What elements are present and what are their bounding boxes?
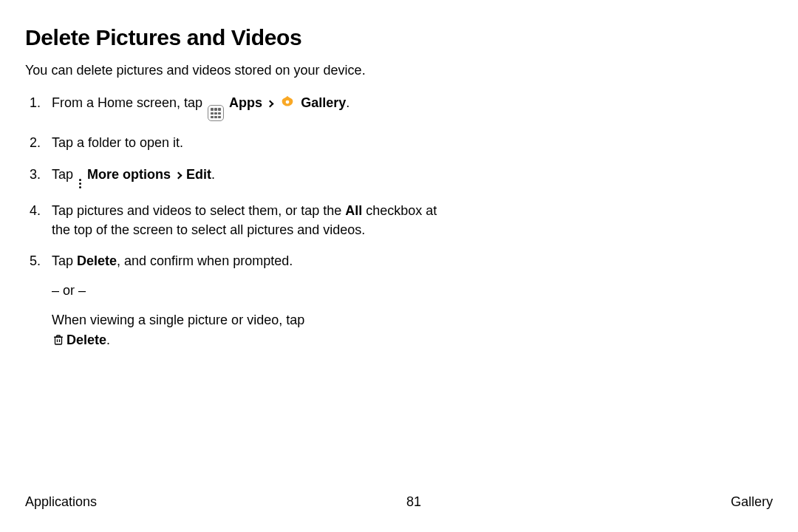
- step-3-end: .: [211, 167, 215, 182]
- trash-icon: [52, 332, 65, 347]
- step-1: From a Home screen, tap Apps Gallery.: [25, 93, 439, 121]
- step-2: Tap a folder to open it.: [25, 133, 439, 152]
- gallery-icon: [279, 95, 296, 111]
- apps-label: Apps: [229, 95, 262, 110]
- page-title: Delete Pictures and Videos: [25, 25, 773, 50]
- step-5-b1: When viewing a single picture or video, …: [52, 313, 304, 327]
- kebab-icon: [79, 177, 81, 189]
- apps-icon: [208, 105, 224, 121]
- step-3: Tap More options Edit.: [25, 165, 439, 190]
- step-5: Tap Delete, and confirm when prompted. –…: [25, 251, 439, 349]
- gallery-label: Gallery: [301, 95, 346, 110]
- page-footer: Applications 81 Gallery: [25, 494, 773, 510]
- step-5-a2: , and confirm when prompted.: [117, 253, 293, 268]
- intro-text: You can delete pictures and videos store…: [25, 61, 439, 80]
- steps-list: From a Home screen, tap Apps Gallery. Ta…: [25, 93, 439, 349]
- step-3-pre: Tap: [52, 167, 77, 182]
- svg-rect-1: [55, 337, 62, 344]
- chevron-icon: [267, 100, 274, 108]
- footer-page-number: 81: [406, 494, 421, 510]
- all-label: All: [345, 203, 362, 218]
- footer-right: Gallery: [731, 494, 773, 510]
- delete-label-2: Delete: [66, 332, 106, 347]
- step-1-end: .: [346, 95, 349, 110]
- step-5-b2: .: [106, 332, 110, 347]
- step-4: Tap pictures and videos to select them, …: [25, 201, 439, 239]
- chevron-icon: [175, 171, 183, 179]
- edit-label: Edit: [186, 167, 211, 182]
- step-1-pre: From a Home screen, tap: [52, 95, 206, 110]
- step-5-or: – or –: [52, 281, 439, 300]
- delete-label-1: Delete: [77, 253, 117, 268]
- more-options-label: More options: [87, 167, 171, 182]
- footer-left: Applications: [25, 494, 97, 510]
- svg-point-0: [286, 100, 290, 104]
- step-4-a: Tap pictures and videos to select them, …: [52, 203, 345, 218]
- step-5-a1: Tap: [52, 253, 77, 268]
